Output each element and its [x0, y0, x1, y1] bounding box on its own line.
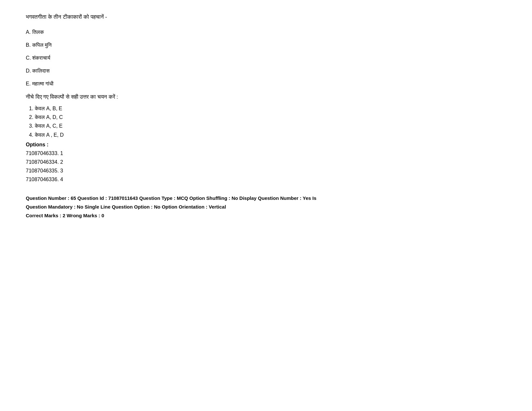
numbered-option-4: 4. केवल A , E, D	[29, 131, 506, 139]
code-val-2: 2	[60, 159, 63, 165]
num-1: 1.	[29, 106, 33, 111]
option-c-label: C.	[26, 55, 31, 61]
code-1: 71087046333.	[26, 151, 59, 156]
options-label: Options :	[26, 142, 506, 148]
option-d-label: D.	[26, 68, 31, 73]
metadata-line2: Question Mandatory : No Single Line Ques…	[26, 202, 506, 211]
numbered-option-2: 2. केवल A, D, C	[29, 113, 506, 122]
question-container: भगवतगीता के तीन टीकाकारों को पहचानें - A…	[26, 13, 506, 220]
option-d-text: कालिदास	[32, 68, 50, 73]
metadata-line3: Correct Marks : 2 Wrong Marks : 0	[26, 211, 506, 220]
options-list: A. तिलक B. कपिल मुनि C. शंकराचार्य D. का…	[26, 28, 506, 88]
option-b: B. कपिल मुनि	[26, 41, 506, 49]
option-d: D. कालिदास	[26, 67, 506, 75]
num-2: 2.	[29, 114, 33, 120]
option-b-label: B.	[26, 42, 31, 48]
num-4: 4.	[29, 132, 33, 138]
num-text-2: केवल A, D, C	[35, 114, 63, 120]
option-code-2: 71087046334. 2	[26, 158, 506, 166]
num-3: 3.	[29, 123, 33, 129]
code-4: 71087046336.	[26, 177, 59, 182]
numbered-options-list: 1. केवल A, B, E 2. केवल A, D, C 3. केवल …	[29, 104, 506, 139]
option-e-label: E.	[26, 81, 31, 86]
option-b-text: कपिल मुनि	[32, 42, 52, 48]
option-e: E. महात्मा गांधी	[26, 80, 506, 88]
code-3: 71087046335.	[26, 168, 59, 173]
option-e-text: महात्मा गांधी	[32, 81, 54, 86]
option-a-text: तिलक	[32, 29, 44, 35]
option-code-4: 71087046336. 4	[26, 175, 506, 184]
code-2: 71087046334.	[26, 159, 59, 165]
code-val-4: 4	[60, 177, 63, 182]
option-c-text: शंकराचार्य	[32, 55, 50, 61]
num-text-1: केवल A, B, E	[35, 106, 62, 111]
metadata-section: Question Number : 65 Question Id : 71087…	[26, 194, 506, 220]
option-code-1: 71087046333. 1	[26, 149, 506, 158]
option-c: C. शंकराचार्य	[26, 54, 506, 62]
code-val-3: 3	[60, 168, 63, 173]
sub-question-text: नीचे दिए गए विकल्पों से सही उत्तर का चयन…	[26, 93, 506, 101]
metadata-line1: Question Number : 65 Question Id : 71087…	[26, 194, 506, 202]
num-text-3: केवल A, C, E	[35, 123, 63, 129]
question-text: भगवतगीता के तीन टीकाकारों को पहचानें -	[26, 13, 506, 21]
numbered-option-1: 1. केवल A, B, E	[29, 104, 506, 113]
option-a-label: A.	[26, 29, 31, 35]
num-text-4: केवल A , E, D	[35, 132, 64, 138]
code-val-1: 1	[60, 151, 63, 156]
numbered-option-3: 3. केवल A, C, E	[29, 122, 506, 130]
option-codes-list: 71087046333. 1 71087046334. 2 7108704633…	[26, 149, 506, 184]
option-a: A. तिलक	[26, 28, 506, 36]
option-code-3: 71087046335. 3	[26, 166, 506, 175]
